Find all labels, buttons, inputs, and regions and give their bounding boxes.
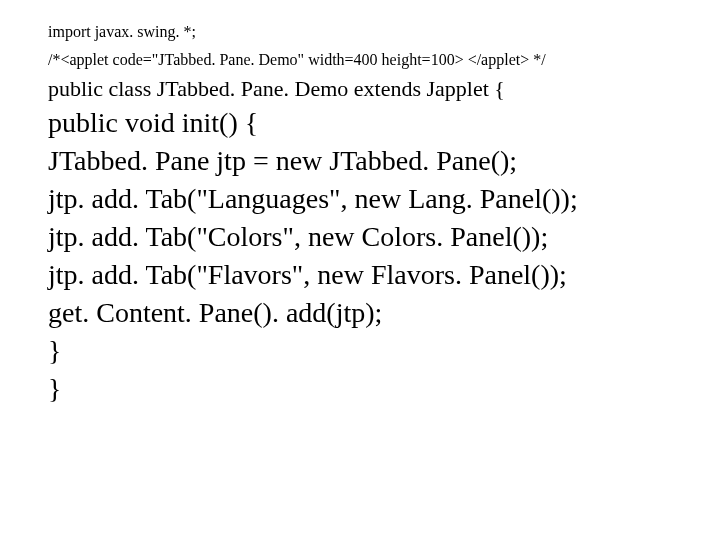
code-line: JTabbed. Pane jtp = new JTabbed. Pane(); [48,142,668,180]
code-line: jtp. add. Tab("Flavors", new Flavors. Pa… [48,256,668,294]
code-line: public void init() { [48,104,668,142]
code-line: jtp. add. Tab("Languages", new Lang. Pan… [48,180,668,218]
code-slide: import javax. swing. *; /*<applet code="… [0,0,668,408]
code-line: public class JTabbed. Pane. Demo extends… [48,74,668,104]
code-line: import javax. swing. *; [48,18,668,46]
code-line: get. Content. Pane(). add(jtp); [48,294,668,332]
code-line: jtp. add. Tab("Colors", new Colors. Pane… [48,218,668,256]
code-line: } [48,332,668,370]
code-line: } [48,370,668,408]
code-line: /*<applet code="JTabbed. Pane. Demo" wid… [48,46,668,74]
